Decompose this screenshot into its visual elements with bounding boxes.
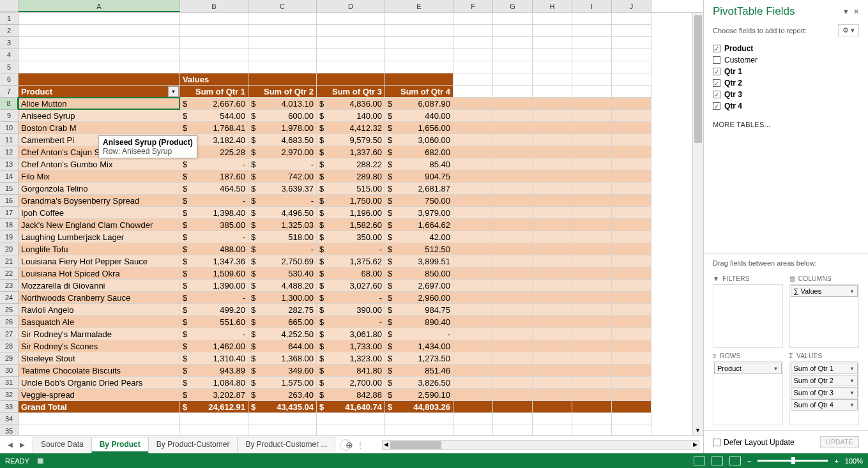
scroll-down-arrow[interactable]: ▼: [693, 426, 703, 435]
cell[interactable]: [572, 304, 612, 316]
cell[interactable]: $43,435.04: [248, 401, 317, 413]
cell[interactable]: [248, 425, 317, 435]
row-header-21[interactable]: 21: [0, 255, 19, 268]
cell[interactable]: Sum of Qtr 3: [317, 86, 385, 98]
cell[interactable]: $4,013.10: [248, 98, 317, 110]
cell[interactable]: $289.80: [317, 170, 385, 183]
row-header-3[interactable]: 3: [0, 37, 19, 49]
cell[interactable]: $1,733.00: [317, 340, 385, 352]
cell[interactable]: $288.22: [317, 158, 385, 170]
cell[interactable]: [493, 304, 533, 316]
cell[interactable]: [453, 231, 493, 243]
field-item-qtr-1[interactable]: ✓Qtr 1: [713, 66, 859, 77]
cell[interactable]: [612, 316, 651, 328]
cell[interactable]: $1,978.00: [248, 122, 317, 134]
cell[interactable]: [453, 268, 493, 280]
row-header-2[interactable]: 2: [0, 25, 19, 37]
hscroll-thumb[interactable]: [390, 441, 441, 449]
cell[interactable]: $349.60: [248, 365, 317, 377]
update-button[interactable]: UPDATE: [820, 436, 859, 448]
cell[interactable]: [533, 146, 572, 158]
cell[interactable]: $1,575.00: [248, 377, 317, 389]
cell[interactable]: [533, 280, 572, 292]
row-header-27[interactable]: 27: [0, 328, 19, 340]
cell[interactable]: $1,509.60: [180, 268, 248, 280]
cell[interactable]: [493, 170, 533, 183]
cell[interactable]: [453, 86, 493, 98]
cell[interactable]: $187.60: [180, 170, 248, 183]
cell[interactable]: [453, 73, 493, 86]
cell[interactable]: Sum of Qtr 4: [385, 86, 453, 98]
cell[interactable]: $1,434.00: [385, 340, 453, 352]
cell[interactable]: [493, 352, 533, 365]
cell[interactable]: Jack's New England Clam Chowder: [19, 219, 180, 231]
cell[interactable]: [533, 352, 572, 365]
cell[interactable]: $1,310.40: [180, 352, 248, 365]
row-header-31[interactable]: 31: [0, 377, 19, 389]
row-header-26[interactable]: 26: [0, 316, 19, 328]
cell[interactable]: [453, 365, 493, 377]
field-item-qtr-3[interactable]: ✓Qtr 3: [713, 89, 859, 100]
cell[interactable]: [533, 195, 572, 207]
cell[interactable]: [612, 255, 651, 268]
values-zone[interactable]: ΣVALUES Sum of Qtr 1▼Sum of Qtr 2▼Sum of…: [789, 351, 860, 425]
col-header-H[interactable]: H: [533, 0, 572, 12]
cell[interactable]: $3,899.51: [385, 255, 453, 268]
cell[interactable]: [453, 49, 493, 61]
cell[interactable]: [493, 146, 533, 158]
cell[interactable]: [533, 401, 572, 413]
cell[interactable]: [612, 377, 651, 389]
cell[interactable]: [612, 195, 651, 207]
row-header-6[interactable]: 6: [0, 73, 19, 86]
cell[interactable]: $3,979.00: [385, 207, 453, 219]
field-checkbox[interactable]: ✓: [713, 102, 720, 110]
cell[interactable]: [533, 134, 572, 146]
cell[interactable]: [612, 98, 651, 110]
cell[interactable]: $85.40: [385, 158, 453, 170]
row-header-22[interactable]: 22: [0, 268, 19, 280]
select-all-corner[interactable]: [0, 0, 19, 12]
cell[interactable]: [453, 170, 493, 183]
cell[interactable]: [493, 268, 533, 280]
columns-zone[interactable]: ▥COLUMNS ∑ Values▼: [789, 273, 860, 348]
cell[interactable]: [180, 425, 248, 435]
cell[interactable]: [572, 25, 612, 37]
cell[interactable]: [612, 170, 651, 183]
cell[interactable]: [572, 195, 612, 207]
zoom-slider[interactable]: [758, 460, 828, 462]
cell[interactable]: [533, 25, 572, 37]
field-item-qtr-2[interactable]: ✓Qtr 2: [713, 77, 859, 89]
cell[interactable]: $1,462.00: [180, 340, 248, 352]
sheet-tab[interactable]: Source Data: [33, 437, 92, 453]
cell[interactable]: [572, 61, 612, 73]
cell[interactable]: [612, 73, 651, 86]
cell[interactable]: $-: [180, 158, 248, 170]
cell[interactable]: [453, 134, 493, 146]
cell[interactable]: [572, 207, 612, 219]
cell[interactable]: $4,412.32: [317, 122, 385, 134]
cell[interactable]: Sir Rodney's Scones: [19, 340, 180, 352]
cell[interactable]: [453, 25, 493, 37]
add-sheet-button[interactable]: ⊕: [340, 439, 351, 451]
filters-zone[interactable]: ▼FILTERS: [713, 273, 783, 348]
product-filter-dropdown[interactable]: ▼: [168, 86, 179, 97]
cell[interactable]: [317, 61, 385, 73]
cell[interactable]: [533, 122, 572, 134]
row-header-11[interactable]: 11: [0, 134, 19, 146]
cell[interactable]: [533, 13, 572, 25]
cell[interactable]: $2,667.60: [180, 98, 248, 110]
cell[interactable]: [572, 158, 612, 170]
cell[interactable]: [493, 37, 533, 49]
cell[interactable]: [612, 231, 651, 243]
panel-gear-button[interactable]: ⚙ ▾: [838, 24, 859, 36]
cell[interactable]: Sum of Qtr 1: [180, 86, 248, 98]
panel-close-icon[interactable]: ✕: [853, 8, 859, 16]
cell[interactable]: Louisiana Fiery Hot Pepper Sauce: [19, 255, 180, 268]
cell[interactable]: [572, 98, 612, 110]
cell[interactable]: $551.60: [180, 316, 248, 328]
cell[interactable]: [453, 377, 493, 389]
cell[interactable]: [248, 73, 317, 86]
cell[interactable]: [19, 25, 180, 37]
cell[interactable]: [180, 61, 248, 73]
cell[interactable]: [493, 255, 533, 268]
